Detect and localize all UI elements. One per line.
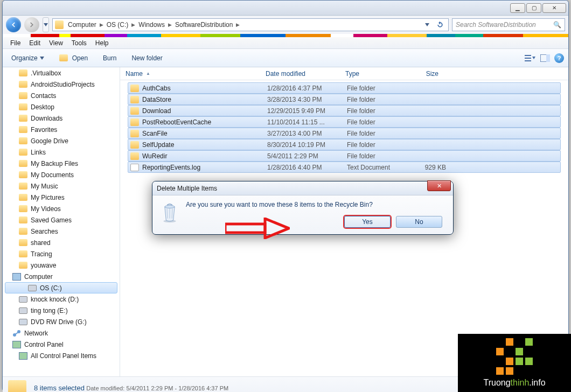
- maximize-button[interactable]: ▢: [526, 3, 541, 13]
- file-date: 3/28/2013 4:30 PM: [267, 96, 347, 103]
- address-dropdown-button[interactable]: [421, 19, 433, 31]
- sidebar-item[interactable]: AndroidStudioProjects: [3, 79, 120, 90]
- sidebar-item-label: Network: [24, 330, 48, 337]
- folder-icon: [59, 54, 68, 61]
- sidebar-item[interactable]: Downloads: [3, 113, 120, 124]
- sidebar-item[interactable]: My Documents: [3, 169, 120, 180]
- menu-tools[interactable]: Tools: [67, 38, 91, 48]
- file-row[interactable]: ScanFile3/27/2013 4:00 PMFile folder: [128, 128, 561, 139]
- chevron-right-icon[interactable]: ▶: [100, 22, 103, 27]
- control-panel-icon: [19, 352, 27, 360]
- no-button[interactable]: No: [396, 216, 442, 228]
- sidebar-item[interactable]: Computer: [3, 271, 120, 282]
- sidebar-item[interactable]: Google Drive: [3, 135, 120, 146]
- svg-rect-4: [546, 54, 550, 62]
- sidebar-item-label: AndroidStudioProjects: [31, 81, 95, 88]
- preview-pane-button[interactable]: [539, 52, 551, 64]
- refresh-button[interactable]: [434, 19, 446, 31]
- column-date[interactable]: Date modified: [260, 70, 340, 78]
- sidebar-item[interactable]: My Music: [3, 180, 120, 192]
- folder-icon: [19, 171, 27, 178]
- column-type[interactable]: Type: [340, 70, 402, 78]
- sidebar-item-label: Desktop: [31, 103, 54, 111]
- sidebar-item[interactable]: Desktop: [3, 101, 120, 113]
- open-button[interactable]: Open: [55, 52, 92, 64]
- sidebar-item[interactable]: Control Panel: [3, 339, 120, 350]
- sidebar-item-label: My Music: [31, 183, 58, 190]
- sidebar-item[interactable]: All Control Panel Items: [3, 350, 120, 361]
- folder-icon: [130, 141, 139, 149]
- status-selection: 8 items selected: [34, 384, 85, 392]
- sidebar-item[interactable]: ting tong (E:): [3, 305, 120, 316]
- folder-icon: [19, 92, 27, 99]
- file-row[interactable]: PostRebootEventCache11/10/2014 11:15 ...…: [128, 116, 561, 128]
- sidebar-item[interactable]: DVD RW Drive (G:): [3, 316, 120, 327]
- folder-icon: [19, 115, 27, 122]
- breadcrumb-softwaredistribution[interactable]: SoftwareDistribution: [173, 19, 235, 31]
- column-name[interactable]: Name▲: [120, 70, 260, 78]
- dialog-close-button[interactable]: ✕: [427, 180, 451, 191]
- sidebar-item[interactable]: Saved Games: [3, 214, 120, 226]
- chevron-right-icon[interactable]: ▶: [236, 22, 240, 27]
- chevron-right-icon[interactable]: ▶: [168, 22, 172, 27]
- file-type: Text Document: [347, 164, 409, 171]
- history-dropdown[interactable]: [43, 17, 49, 32]
- dialog-title-bar[interactable]: Delete Multiple Items ✕: [152, 181, 453, 195]
- file-row[interactable]: AuthCabs1/28/2016 4:37 PMFile folder: [128, 82, 561, 94]
- computer-icon: [12, 273, 21, 281]
- back-button[interactable]: [6, 17, 21, 32]
- file-date: 8/30/2014 10:19 PM: [267, 141, 347, 149]
- file-type: File folder: [347, 118, 409, 126]
- file-list[interactable]: AuthCabs1/28/2016 4:37 PMFile folderData…: [120, 80, 568, 175]
- help-button[interactable]: ?: [554, 53, 564, 63]
- sidebar-item[interactable]: My Pictures: [3, 192, 120, 203]
- chevron-right-icon[interactable]: ▶: [131, 22, 135, 27]
- sidebar-item[interactable]: .Virtualbox: [3, 67, 120, 79]
- breadcrumb-computer[interactable]: Computer: [66, 19, 99, 31]
- new-folder-button[interactable]: New folder: [127, 52, 166, 64]
- organize-button[interactable]: Organize: [7, 52, 48, 64]
- file-type: File folder: [347, 130, 409, 137]
- drive-icon: [28, 285, 37, 291]
- file-type: File folder: [347, 152, 409, 160]
- sidebar-item[interactable]: Contacts: [3, 90, 120, 101]
- sidebar-item[interactable]: shared: [3, 237, 120, 248]
- title-bar: ▁ ▢ ✕: [3, 1, 568, 16]
- column-size[interactable]: Size: [402, 70, 444, 78]
- sidebar-item[interactable]: My Backup Files: [3, 158, 120, 169]
- sidebar-item[interactable]: knock knock (D:): [3, 293, 120, 305]
- breadcrumb-os-c[interactable]: OS (C:): [105, 19, 131, 31]
- sidebar-item-label: knock knock (D:): [31, 296, 79, 303]
- sidebar-item-label: My Videos: [31, 205, 61, 213]
- sidebar-item[interactable]: My Videos: [3, 203, 120, 214]
- sidebar-item[interactable]: Favorites: [3, 124, 120, 135]
- address-bar[interactable]: Computer ▶ OS (C:) ▶ Windows ▶ SoftwareD…: [52, 18, 449, 31]
- menu-view[interactable]: View: [45, 38, 67, 48]
- sidebar[interactable]: .VirtualboxAndroidStudioProjectsContacts…: [3, 67, 120, 376]
- sidebar-item[interactable]: OS (C:): [5, 282, 117, 293]
- menu-file[interactable]: File: [6, 38, 25, 48]
- sidebar-item[interactable]: Links: [3, 146, 120, 158]
- file-row[interactable]: WuRedir5/4/2011 2:29 PMFile folder: [128, 150, 561, 162]
- view-options-button[interactable]: [524, 52, 536, 64]
- breadcrumb-windows[interactable]: Windows: [136, 19, 167, 31]
- folder-icon: [19, 69, 27, 76]
- file-row[interactable]: ReportingEvents.log1/28/2016 4:40 PMText…: [128, 162, 561, 173]
- file-row[interactable]: SelfUpdate8/30/2014 10:19 PMFile folder: [128, 139, 561, 150]
- sidebar-item[interactable]: Tracing: [3, 248, 120, 260]
- sidebar-item[interactable]: Network: [3, 327, 120, 339]
- drive-icon: [19, 296, 27, 303]
- forward-button[interactable]: [24, 17, 39, 32]
- file-row[interactable]: Download12/29/2015 9:49 PMFile folder: [128, 105, 561, 116]
- file-type: File folder: [347, 85, 409, 92]
- menu-edit[interactable]: Edit: [25, 38, 45, 48]
- burn-button[interactable]: Burn: [99, 52, 121, 64]
- minimize-button[interactable]: ▁: [510, 3, 525, 13]
- file-row[interactable]: DataStore3/28/2013 4:30 PMFile folder: [128, 94, 561, 105]
- search-input[interactable]: Search SoftwareDistribution 🔍: [452, 18, 565, 31]
- close-button[interactable]: ✕: [542, 3, 566, 13]
- menu-help[interactable]: Help: [91, 38, 113, 48]
- sidebar-item[interactable]: youwave: [3, 260, 120, 271]
- yes-button[interactable]: Yes: [344, 216, 391, 228]
- sidebar-item[interactable]: Searches: [3, 226, 120, 237]
